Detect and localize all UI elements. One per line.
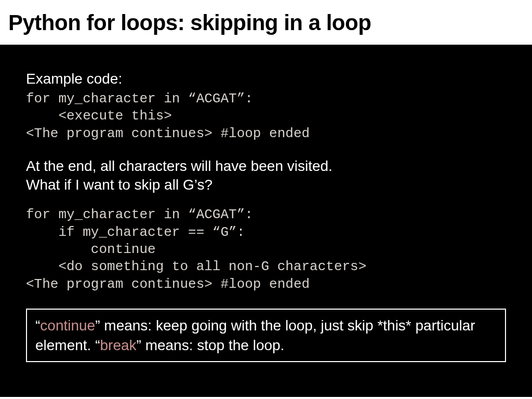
- code-block-2: for my_character in “ACGAT”: if my_chara…: [26, 206, 506, 292]
- keyword-continue: continue: [40, 317, 95, 334]
- keyword-break: break: [100, 337, 137, 353]
- code-block-1: for my_character in “ACGAT”: <execute th…: [26, 90, 506, 142]
- example-label: Example code:: [26, 71, 506, 87]
- slide-title: Python for loops: skipping in a loop: [8, 10, 524, 35]
- title-bar: Python for loops: skipping in a loop: [0, 0, 532, 45]
- explanation-paragraph: At the end, all characters will have bee…: [26, 157, 506, 194]
- summary-box: “continue” means: keep going with the lo…: [26, 309, 506, 363]
- slide-body: Example code: for my_character in “ACGAT…: [0, 45, 532, 397]
- summary-text-2: ” means: stop the loop.: [137, 337, 285, 353]
- summary-text-q1: “: [35, 317, 40, 334]
